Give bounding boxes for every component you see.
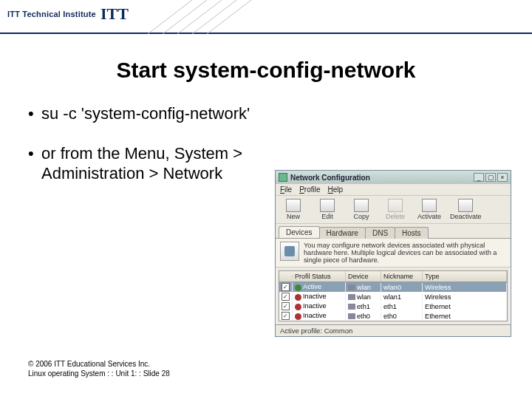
activate-button[interactable]: Activate — [416, 199, 443, 220]
network-card-icon — [280, 242, 299, 261]
device-icon — [348, 313, 355, 319]
bullet-text: or from the Menu, System > Administratio… — [41, 143, 278, 184]
toolbar: NewEditCopyDeleteActivateDeactivate — [276, 196, 511, 224]
table-row[interactable]: ✓Inactiveeth0eth0Ethernet — [279, 311, 507, 321]
delete-button: Delete — [382, 199, 409, 220]
statusbar: Active profile: Common — [276, 324, 511, 336]
bullet-dot: • — [28, 103, 41, 124]
edit-button[interactable]: Edit — [314, 199, 341, 220]
device-icon — [348, 304, 355, 310]
deactivate-button[interactable]: Deactivate — [450, 199, 482, 220]
menu-help[interactable]: Help — [327, 185, 343, 194]
window-title: Network Configuration — [290, 174, 370, 182]
device-icon — [348, 284, 355, 290]
bullet-dot: • — [28, 143, 41, 164]
row-checkbox[interactable]: ✓ — [282, 283, 290, 291]
status-icon — [295, 284, 301, 291]
col-profile-status[interactable]: Profil Status — [293, 271, 346, 282]
table-header: Profil StatusDeviceNicknameType — [279, 271, 507, 282]
tab-dns[interactable]: DNS — [365, 227, 395, 239]
col-type[interactable]: Type — [423, 271, 507, 282]
status-icon — [295, 294, 301, 301]
status-icon — [295, 304, 301, 310]
col-nickname[interactable]: Nickname — [381, 271, 423, 282]
brand-logo: ITT — [100, 4, 129, 24]
device-icon — [348, 294, 355, 300]
copy-icon — [354, 199, 369, 212]
status-icon — [295, 313, 301, 320]
activate-icon — [422, 199, 437, 212]
col-check — [279, 275, 293, 278]
window-icon — [279, 173, 287, 182]
tab-devices[interactable]: Devices — [279, 226, 320, 238]
tab-hosts[interactable]: Hosts — [395, 227, 429, 239]
new-icon — [286, 199, 301, 212]
col-device[interactable]: Device — [346, 271, 381, 282]
menubar: File Profile Help — [276, 184, 511, 196]
close-button[interactable]: × — [497, 173, 508, 182]
slide-header: ITT Technical Institute ITT — [0, 0, 532, 34]
copy-button[interactable]: Copy — [348, 199, 375, 220]
row-checkbox[interactable]: ✓ — [282, 312, 290, 320]
device-table: Profil StatusDeviceNicknameType✓Activewl… — [279, 270, 508, 321]
deactivate-icon — [458, 199, 473, 212]
brand: ITT Technical Institute ITT — [7, 4, 532, 24]
info-panel: You may configure network devices associ… — [276, 239, 511, 267]
info-text: You may configure network devices associ… — [304, 242, 506, 264]
table-row[interactable]: ✓Inactiveeth1eth1Ethernet — [279, 301, 507, 311]
row-checkbox[interactable]: ✓ — [282, 302, 290, 310]
menu-profile[interactable]: Profile — [299, 185, 320, 194]
copyright: © 2006 ITT Educational Services Inc. — [28, 360, 170, 369]
slide-info: Linux operating System : : Unit 1: : Sli… — [28, 369, 170, 379]
row-checkbox[interactable]: ✓ — [282, 293, 290, 301]
menu-file[interactable]: File — [280, 185, 292, 194]
slide-footer: © 2006 ITT Educational Services Inc. Lin… — [28, 360, 170, 378]
bullet-text: su -c 'system-config-network' — [41, 103, 250, 124]
slide-title: Start system-config-network — [0, 58, 532, 83]
brand-text: ITT Technical Institute — [7, 10, 96, 18]
maximize-button[interactable]: ▢ — [485, 173, 496, 182]
tab-hardware[interactable]: Hardware — [319, 227, 366, 239]
table-row[interactable]: ✓Activewlanwlan0Wireless — [279, 282, 507, 292]
delete-icon — [388, 199, 403, 212]
tabs: DevicesHardwareDNSHosts — [276, 224, 511, 239]
network-config-window: Network Configuration _ ▢ × File Profile… — [275, 170, 511, 337]
minimize-button[interactable]: _ — [474, 173, 484, 182]
bullet-item: • su -c 'system-config-network' — [28, 103, 504, 124]
new-button[interactable]: New — [280, 199, 307, 220]
edit-icon — [320, 199, 335, 212]
titlebar[interactable]: Network Configuration _ ▢ × — [276, 171, 511, 184]
table-row[interactable]: ✓Inactivewlanwlan1Wireless — [279, 292, 507, 301]
